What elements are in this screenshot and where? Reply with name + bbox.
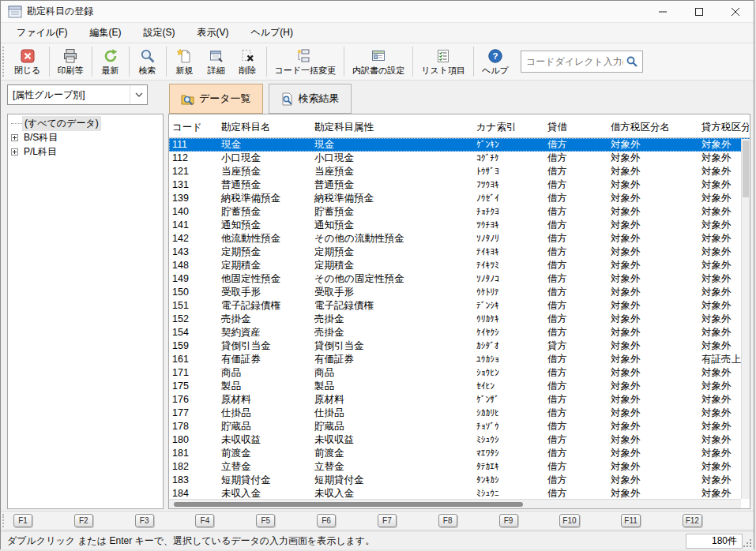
cell-code: 161 (169, 353, 218, 366)
tree-item-bs-accounts[interactable]: B/S科目 (8, 130, 163, 144)
list-items-button[interactable]: リスト項目 (416, 43, 471, 80)
breakdown-settings-button[interactable]: 内訳書の設定 (347, 43, 410, 80)
fkey-f8[interactable]: F8 (438, 514, 457, 527)
column-header[interactable]: カナ索引 (473, 120, 544, 137)
fkey-f1[interactable]: F1 (13, 514, 32, 527)
fkey-f9[interactable]: F9 (499, 514, 518, 527)
table-row[interactable]: 178貯蔵品貯蔵品ﾁｮｿﾞｳ借方対象外対象外 (169, 420, 750, 433)
fkey-f5[interactable]: F5 (256, 514, 275, 527)
table-row[interactable]: 152売掛金売掛金ｳﾘｶｹｷ借方対象外対象外 (169, 313, 750, 326)
resize-grip[interactable] (743, 538, 752, 548)
code-batch-change-button[interactable]: コード一括変更 (269, 43, 342, 80)
column-header[interactable]: 貸借 (544, 120, 607, 137)
search-results-tab-icon (280, 92, 294, 106)
table-row[interactable]: 161有価証券有価証券ﾕｳｶｼｮ借方対象外有証売上 (169, 353, 750, 366)
fkey-f10[interactable]: F10 (559, 514, 579, 527)
new-label: 新規 (176, 65, 194, 77)
table-row[interactable]: 121当座預金当座預金ﾄｳｻﾞﾖ借方対象外対象外 (169, 165, 750, 178)
table-row[interactable]: 143定期預金定期預金ﾃｲｷﾖｷ借方対象外対象外 (169, 246, 750, 259)
close-button[interactable]: 閉じる (9, 43, 47, 80)
column-header[interactable]: 勘定科目属性 (311, 120, 473, 137)
close-window-button[interactable] (717, 1, 754, 23)
table-row[interactable]: 175製品製品ｾｲﾋﾝ借方対象外対象外 (169, 380, 750, 393)
table-row[interactable]: 131普通預金普通預金ﾌﾂｳﾖｷ借方対象外対象外 (169, 178, 750, 192)
cell-kana: ﾐｼｭｳﾆ (473, 488, 544, 500)
fkey-f7[interactable]: F7 (378, 514, 397, 527)
table-row[interactable]: 177仕掛品仕掛品ｼｶｶﾘﾋ借方対象外対象外 (169, 407, 750, 420)
menu-view[interactable]: 表示(V) (189, 23, 236, 43)
close-window-icon (731, 7, 740, 17)
menu-settings[interactable]: 設定(S) (135, 23, 182, 43)
toolbar-separator (92, 47, 92, 77)
tree-item-pl-accounts[interactable]: P/L科目 (8, 144, 163, 159)
table-row[interactable]: 142他流動性預金その他の流動性預金ｿﾉﾀﾉﾘ借方対象外対象外 (169, 232, 750, 246)
table-row[interactable]: 183短期貸付金短期貸付金ﾀﾝｷｶｼ借方対象外対象外 (169, 474, 750, 487)
tab-search-results[interactable]: 検索結果 (269, 84, 352, 114)
expand-icon[interactable] (11, 134, 18, 141)
cell-code: 177 (169, 407, 218, 420)
direct-input-search-icon[interactable] (626, 55, 638, 68)
fkey-f11[interactable]: F11 (621, 514, 641, 527)
horizontal-scrollbar-thumb[interactable] (174, 502, 523, 507)
tree-item-all-data[interactable]: (すべてのデータ) (8, 116, 163, 130)
cell-kana: ﾁｮﾁｸﾖ (473, 206, 544, 218)
table-row[interactable]: 141通知預金通知預金ﾂｳﾁﾖｷ借方対象外対象外 (169, 219, 750, 232)
view-tabs: データ一覧 検索結果 (169, 84, 357, 114)
function-key-bar-keys: F1F2F3F4F5F6F7F8F9F10F11F12 (9, 514, 754, 527)
code-batch-change-icon (297, 47, 313, 64)
column-header[interactable]: 貸方税区分名 (698, 120, 749, 137)
cell-code: 152 (169, 313, 218, 326)
cell-kana: ｳﾘｶｹｷ (473, 313, 544, 325)
menu-file[interactable]: ファイル(F) (9, 23, 75, 43)
detail-window-icon (209, 47, 224, 64)
tree-item-label: P/L科目 (21, 144, 59, 159)
column-header[interactable]: 借方税区分名 (607, 120, 698, 137)
fkey-f4[interactable]: F4 (195, 514, 214, 527)
help-button[interactable]: ? ヘルプ (476, 43, 514, 80)
fkey-f12[interactable]: F12 (683, 514, 702, 527)
fkey-f3[interactable]: F3 (135, 514, 154, 527)
cell-code: 142 (169, 232, 218, 246)
column-header[interactable]: コード (169, 120, 218, 137)
table-row[interactable]: 159貸倒引当金貸倒引当金ｶｼﾀﾞｵ貸方対象外対象外 (169, 339, 750, 353)
close-label: 閉じる (14, 65, 41, 77)
detail-button[interactable]: 詳細 (201, 43, 232, 80)
maximize-button[interactable] (681, 1, 717, 23)
refresh-button[interactable]: 最新 (95, 43, 126, 80)
new-button[interactable]: 新規 (169, 43, 201, 80)
table-row[interactable]: 154契約資産売掛金ｹｲﾔｸｼ借方対象外対象外 (169, 326, 750, 339)
cell-code: 151 (169, 299, 218, 313)
table-row[interactable]: 149他固定性預金その他の固定性預金ｿﾉﾀﾉｺ借方対象外対象外 (169, 272, 750, 286)
menu-edit[interactable]: 編集(E) (81, 23, 129, 43)
expand-icon[interactable] (11, 148, 18, 156)
fkey-f2[interactable]: F2 (74, 514, 93, 527)
attribute-group-selector[interactable]: [属性グループ別] (7, 84, 148, 105)
search-button[interactable]: 検索 (132, 43, 164, 80)
tab-data-list[interactable]: データ一覧 (169, 84, 263, 114)
vertical-scrollbar[interactable] (741, 139, 750, 499)
horizontal-scrollbar[interactable] (169, 499, 741, 508)
table-row[interactable]: 182立替金立替金ﾀﾃｶｴｷ借方対象外対象外 (169, 460, 750, 474)
menu-help[interactable]: ヘルプ(H) (243, 23, 301, 43)
print-button[interactable]: 印刷等 (52, 43, 89, 80)
table-row[interactable]: 151電子記録債権電子記録債権ﾃﾞﾝｼｷ借方対象外対象外 (169, 299, 750, 313)
column-header[interactable]: 勘定科目名 (218, 120, 311, 137)
code-direct-input[interactable] (521, 51, 643, 73)
table-row[interactable]: 148定期積金定期積金ﾃｲｷﾂﾐ借方対象外対象外 (169, 259, 750, 272)
toolbar-grip[interactable] (2, 47, 7, 77)
table-row[interactable]: 180未収収益未収収益ﾐｼｭｳｼ借方対象外対象外 (169, 433, 750, 447)
table-row[interactable]: 181前渡金前渡金ﾏｴﾜﾀｼ借方対象外対象外 (169, 447, 750, 460)
vertical-scrollbar-thumb[interactable] (743, 141, 749, 197)
minimize-button[interactable] (645, 1, 681, 23)
table-row[interactable]: 171商品商品ｼｮｳﾋﾝ借方対象外対象外 (169, 366, 750, 380)
table-row[interactable]: 140貯蓄預金貯蓄預金ﾁｮﾁｸﾖ借方対象外対象外 (169, 205, 750, 219)
table-row[interactable]: 112小口現金小口現金ｺｸﾞﾁｹ借方対象外対象外 (169, 152, 750, 165)
combo-dropdown-button[interactable] (130, 85, 147, 104)
table-row[interactable]: 150受取手形受取手形ｳｹﾄﾘﾃ借方対象外対象外 (169, 286, 750, 299)
delete-button[interactable]: 削除 (232, 43, 264, 80)
table-row[interactable]: 139納税準備預金納税準備預金ﾉｳｾﾞｲ借方対象外対象外 (169, 192, 750, 205)
table-row[interactable]: 176原材料原材料ｹﾞﾝｻﾞ借方対象外対象外 (169, 393, 750, 407)
table-row[interactable]: 111現金現金ｹﾞﾝｷﾝ借方対象外対象外 (169, 138, 750, 152)
function-key-bar-grip[interactable] (2, 514, 7, 527)
fkey-f6[interactable]: F6 (317, 514, 336, 527)
